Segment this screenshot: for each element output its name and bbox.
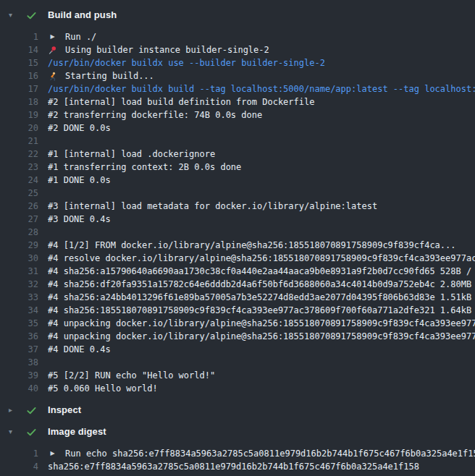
- log-line: 35 #4 unpacking docker.io/library/alpine…: [0, 317, 475, 330]
- line-number-link[interactable]: 17: [9, 82, 38, 95]
- log-line-content: #4 sha256:185518070891758909c9f839cf4ca3…: [48, 304, 475, 317]
- log-line: 4 sha256:e7ff8834a5963a2785c5a0811e979d1…: [0, 460, 475, 473]
- line-number-link[interactable]: 19: [9, 109, 38, 122]
- log-line-content: #5 0.060 Hello world!: [48, 382, 475, 395]
- line-number-link[interactable]: 39: [9, 369, 38, 382]
- log-line-content: sha256:e7ff8834a5963a2785c5a0811e979d16b…: [48, 460, 475, 473]
- log-line-content: #4 [1/2] FROM docker.io/library/alpine@s…: [48, 239, 475, 252]
- log-line-content: [48, 226, 475, 239]
- play-icon[interactable]: ▶: [48, 447, 57, 460]
- line-number-link[interactable]: 1: [9, 30, 38, 43]
- line-number-link[interactable]: 32: [9, 278, 38, 291]
- log-line-content: #4 unpacking docker.io/library/alpine@sh…: [48, 317, 475, 330]
- workflow-log-viewer: ▾ Build and push 1 ▶Run ./ 14 Using buil…: [0, 9, 475, 473]
- step-header-inspect[interactable]: ▸ Inspect: [0, 404, 475, 417]
- log-line: 19 #2 transferring dockerfile: 74B 0.0s …: [0, 109, 475, 122]
- line-number-link[interactable]: 34: [9, 304, 38, 317]
- line-number-link[interactable]: 23: [9, 161, 38, 174]
- line-number-link[interactable]: 27: [9, 213, 38, 226]
- log-text: Run ./: [65, 30, 96, 43]
- log-line-content: #4 sha256:df20fa9351a15782c64e6dddb2d4a6…: [48, 278, 475, 291]
- line-number-link[interactable]: 4: [9, 460, 38, 473]
- pushpin-icon: [48, 46, 57, 55]
- line-number-link[interactable]: 15: [9, 56, 38, 69]
- log-text: sha256:e7ff8834a5963a2785c5a0811e979d16b…: [48, 460, 419, 473]
- line-number-link[interactable]: 18: [9, 95, 38, 109]
- log-text: #1 DONE 0.0s: [48, 174, 111, 187]
- step-section: ▾ Image digest 1 ▶Run echo sha256:e7ff88…: [0, 425, 475, 473]
- line-number-link[interactable]: 38: [9, 356, 38, 369]
- log-line: 28: [0, 226, 475, 239]
- log-line: 40 #5 0.060 Hello world!: [0, 382, 475, 395]
- line-number-link[interactable]: 33: [9, 291, 38, 304]
- line-number-link[interactable]: 28: [9, 226, 38, 239]
- line-number-link[interactable]: 31: [9, 265, 38, 278]
- log-line: 37 #4 DONE 0.4s: [0, 343, 475, 356]
- log-text: #4 unpacking docker.io/library/alpine@sh…: [48, 330, 475, 343]
- log-line-content: #1 DONE 0.0s: [48, 174, 475, 187]
- line-number-link[interactable]: 40: [9, 382, 38, 395]
- log-text: /usr/bin/docker buildx use --builder bui…: [48, 56, 325, 69]
- line-number-link[interactable]: 25: [9, 187, 38, 200]
- log-line: 30 #4 resolve docker.io/library/alpine@s…: [0, 252, 475, 265]
- log-line-content: #4 resolve docker.io/library/alpine@sha2…: [48, 252, 475, 265]
- log-line-content: [48, 135, 475, 148]
- log-text: #4 resolve docker.io/library/alpine@sha2…: [48, 252, 475, 265]
- log-text: #1 [internal] load .dockerignore: [48, 148, 215, 161]
- line-number-link[interactable]: 29: [9, 239, 38, 252]
- step-title: Inspect: [48, 404, 81, 417]
- line-number-link[interactable]: 36: [9, 330, 38, 343]
- log-line-content: #3 DONE 0.4s: [48, 213, 475, 226]
- log-text: #2 [internal] load build definition from…: [48, 95, 314, 109]
- log-line: 18 #2 [internal] load build definition f…: [0, 95, 475, 109]
- line-number-link[interactable]: 30: [9, 252, 38, 265]
- line-number-link[interactable]: 35: [9, 317, 38, 330]
- line-number-link[interactable]: 21: [9, 135, 38, 148]
- line-number-link[interactable]: 37: [9, 343, 38, 356]
- line-number-link[interactable]: 1: [9, 447, 38, 460]
- log-line: 15 /usr/bin/docker buildx use --builder …: [0, 56, 475, 69]
- log-line-content: [48, 356, 475, 369]
- chevron-down-icon[interactable]: ▾: [9, 425, 17, 438]
- line-number-link[interactable]: 26: [9, 200, 38, 213]
- log-text: #4 sha256:a15790640a6690aa1730c38cf0a440…: [48, 265, 475, 278]
- log-line: 1 ▶Run echo sha256:e7ff8834a5963a2785c5a…: [0, 447, 475, 460]
- play-icon[interactable]: ▶: [48, 30, 57, 43]
- log-text: #4 sha256:185518070891758909c9f839cf4ca3…: [48, 304, 475, 317]
- log-line-content: /usr/bin/docker buildx build --tag local…: [48, 82, 475, 95]
- log-text: #3 [internal] load metadata for docker.i…: [48, 200, 377, 213]
- line-number-link[interactable]: 24: [9, 174, 38, 187]
- line-number-link[interactable]: 22: [9, 148, 38, 161]
- chevron-right-icon[interactable]: ▸: [9, 404, 17, 417]
- log-line: 31 #4 sha256:a15790640a6690aa1730c38cf0a…: [0, 265, 475, 278]
- log-line: 36 #4 unpacking docker.io/library/alpine…: [0, 330, 475, 343]
- log-line-content: #2 [internal] load build definition from…: [48, 95, 475, 109]
- line-number-link[interactable]: 20: [9, 122, 38, 135]
- check-icon: [26, 427, 38, 438]
- step-log-lines: 1 ▶Run ./ 14 Using builder instance buil…: [0, 30, 475, 395]
- log-line: 39 #5 [2/2] RUN echo "Hello world!": [0, 369, 475, 382]
- step-section: ▾ Build and push 1 ▶Run ./ 14 Using buil…: [0, 9, 475, 395]
- log-text: Using builder instance builder-single-2: [65, 43, 269, 56]
- step-title: Image digest: [48, 425, 106, 438]
- log-line: 16 Starting build...: [0, 69, 475, 82]
- log-text: #4 DONE 0.4s: [48, 343, 111, 356]
- chevron-down-icon[interactable]: ▾: [9, 9, 17, 22]
- line-number-link[interactable]: 16: [9, 69, 38, 82]
- log-text: #2 transferring dockerfile: 74B 0.0s don…: [48, 109, 262, 122]
- log-line: 20 #2 DONE 0.0s: [0, 122, 475, 135]
- runner-icon: [48, 72, 57, 81]
- log-text: #4 sha256:df20fa9351a15782c64e6dddb2d4a6…: [48, 278, 475, 291]
- log-line-content: #4 DONE 0.4s: [48, 343, 475, 356]
- log-line-content: #1 [internal] load .dockerignore: [48, 148, 475, 161]
- log-line-content: Starting build...: [48, 69, 475, 82]
- log-line: 17 /usr/bin/docker buildx build --tag lo…: [0, 82, 475, 95]
- log-line: 34 #4 sha256:185518070891758909c9f839cf4…: [0, 304, 475, 317]
- check-icon: [26, 10, 38, 21]
- log-line: 23 #1 transferring context: 2B 0.0s done: [0, 161, 475, 174]
- step-header-image-digest[interactable]: ▾ Image digest: [0, 425, 475, 438]
- line-number-link[interactable]: 14: [9, 43, 38, 56]
- step-header-build-and-push[interactable]: ▾ Build and push: [0, 9, 475, 22]
- log-line: 27 #3 DONE 0.4s: [0, 213, 475, 226]
- log-text: Run echo sha256:e7ff8834a5963a2785c5a081…: [65, 447, 475, 460]
